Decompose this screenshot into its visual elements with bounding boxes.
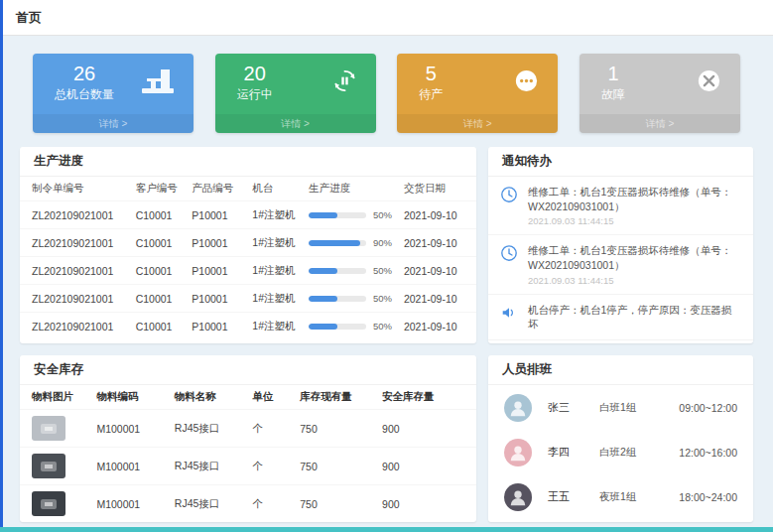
stat-card-waiting[interactable]: 5 待产 详情 > — [397, 54, 558, 133]
detail-link[interactable]: 详情 > — [397, 114, 558, 133]
column-header: 单位 — [252, 390, 300, 404]
progress-cell: 50% — [309, 321, 404, 332]
product-number: P10001 — [192, 293, 252, 305]
stat-card-info: 26 总机台数量 — [55, 63, 114, 103]
schedule-list: 张三 白班1组 09:00~12:00 李四 白班2组 12:00~16:00 — [488, 385, 753, 519]
avatar — [504, 394, 532, 422]
detail-link[interactable]: 详情 > — [580, 114, 740, 133]
production-table-row: ZL202109021001 C10001 P10001 1#注塑机 50% 2… — [20, 200, 476, 228]
inventory-table-header: 物料图片 物料编码 物料名称 单位 库存现有量 安全库存量 — [20, 385, 476, 409]
stat-card-top: 26 总机台数量 — [33, 54, 193, 103]
stat-card-info: 1 故障 — [601, 63, 625, 103]
clock-icon — [500, 185, 520, 226]
column-header: 产品编号 — [192, 182, 252, 196]
material-photo — [32, 491, 65, 516]
safety-stock: 900 — [382, 423, 464, 435]
progress-label: 50% — [373, 209, 392, 220]
stat-value: 20 — [237, 63, 273, 84]
stat-card-info: 5 待产 — [419, 63, 443, 103]
detail-link[interactable]: 详情 > — [215, 114, 376, 133]
stat-card-top: 5 待产 — [397, 54, 558, 103]
order-number: ZL202109021001 — [32, 321, 136, 332]
progress-bar — [309, 324, 366, 330]
column-header: 库存现有量 — [300, 390, 382, 404]
staff-name: 李四 — [548, 445, 599, 460]
notice-time: 2021.09.03 11:44:15 — [528, 275, 741, 286]
material-name: RJ45接口 — [175, 497, 252, 511]
stat-card-fault[interactable]: 1 故障 详情 > — [580, 54, 740, 133]
progress-fill — [309, 212, 337, 218]
notice-text: 维修工单：机台1变压器损坏待维修（单号：WX202109031001） — [528, 243, 741, 272]
avatar — [504, 439, 532, 466]
material-unit: 个 — [252, 422, 300, 436]
safety-stock: 900 — [382, 498, 464, 510]
machine-name: 1#注塑机 — [252, 264, 309, 278]
order-number: ZL202109021001 — [32, 237, 136, 249]
stat-card-top: 1 故障 — [580, 54, 740, 103]
avatar — [504, 483, 532, 511]
detail-link[interactable]: 详情 > — [33, 114, 193, 133]
staff-shift: 白班2组 — [599, 446, 667, 460]
customer-number: C10001 — [136, 265, 193, 277]
progress-label: 50% — [373, 293, 392, 304]
panels-grid: 生产进度 制令单编号 客户编号 产品编号 机台 生产进度 交货日期 ZL2021… — [20, 147, 753, 522]
fault-icon — [696, 67, 722, 98]
inventory-table-row: M100001 RJ45接口 个 750 900 — [20, 409, 476, 447]
customer-number: C10001 — [136, 237, 193, 249]
machine-name: 1#注塑机 — [252, 292, 309, 306]
production-table-row: ZL202109021001 C10001 P10001 1#注塑机 50% 2… — [20, 312, 476, 339]
delivery-date: 2021-09-10 — [404, 237, 464, 249]
notice-item[interactable]: 维修工单：机台1变压器损坏待维修（单号：WX202109031001） 2021… — [488, 235, 753, 294]
notice-item[interactable]: 计划暂停：机台1生产计划已暂停 2021.09.03 11:44:15 — [488, 340, 753, 343]
column-header: 物料图片 — [32, 390, 96, 404]
progress-fill — [309, 324, 337, 330]
stat-label: 待产 — [419, 86, 443, 103]
window-left-accent — [0, 0, 3, 532]
tab-home[interactable]: 首页 — [16, 9, 42, 27]
speaker-icon — [500, 303, 520, 332]
notice-body: 维修工单：机台1变压器损坏待维修（单号：WX202109031001） 2021… — [528, 185, 741, 226]
stat-card-total-machines[interactable]: 26 总机台数量 详情 > — [33, 54, 193, 133]
staff-shift: 白班1组 — [599, 401, 667, 415]
notice-item[interactable]: 机台停产：机台1停产，停产原因：变压器损坏 — [488, 295, 753, 340]
dashboard-content: 26 总机台数量 详情 > 20 运行中 — [0, 54, 773, 522]
schedule-row: 李四 白班2组 12:00~16:00 — [488, 430, 753, 474]
stat-value: 1 — [601, 63, 625, 84]
progress-label: 50% — [373, 321, 392, 332]
panel-title: 通知待办 — [488, 147, 753, 177]
material-code: M100001 — [96, 461, 174, 472]
staff-shift: 夜班1组 — [599, 490, 667, 504]
material-unit: 个 — [252, 497, 300, 511]
stat-card-running[interactable]: 20 运行中 详情 > — [215, 54, 376, 133]
progress-cell: 50% — [309, 293, 404, 304]
top-bar: 首页 — [0, 0, 773, 36]
column-header: 制令单编号 — [32, 182, 136, 196]
stat-card-info: 20 运行中 — [237, 63, 273, 103]
progress-label: 50% — [373, 265, 392, 276]
schedule-row: 王五 夜班1组 18:00~24:00 — [488, 474, 753, 519]
column-header: 客户编号 — [136, 182, 193, 196]
order-number: ZL202109021001 — [32, 293, 136, 305]
production-table-row: ZL202109021001 C10001 P10001 1#注塑机 50% 2… — [20, 284, 476, 312]
production-table-body: ZL202109021001 C10001 P10001 1#注塑机 50% 2… — [20, 200, 476, 339]
progress-bar — [309, 240, 366, 246]
safety-stock: 900 — [382, 461, 464, 472]
machine-name: 1#注塑机 — [252, 208, 309, 222]
clock-icon — [500, 243, 520, 285]
progress-fill — [309, 296, 337, 302]
progress-bar — [309, 296, 366, 302]
panel-safety-inventory: 安全库存 物料图片 物料编码 物料名称 单位 库存现有量 安全库存量 — [20, 355, 476, 522]
column-header: 物料编码 — [96, 390, 174, 404]
notice-item[interactable]: 维修工单：机台1变压器损坏待维修（单号：WX202109031001） 2021… — [488, 177, 753, 235]
material-unit: 个 — [252, 460, 300, 473]
window-bottom-accent — [0, 527, 773, 532]
schedule-row: 张三 白班1组 09:00~12:00 — [488, 385, 753, 430]
stat-label: 运行中 — [237, 86, 273, 103]
column-header: 物料名称 — [175, 390, 252, 404]
machine-icon — [140, 67, 176, 99]
progress-cell: 50% — [309, 265, 404, 276]
material-name: RJ45接口 — [175, 422, 252, 436]
material-photo-cell — [32, 416, 96, 441]
notice-time: 2021.09.03 11:44:15 — [528, 215, 741, 226]
delivery-date: 2021-09-10 — [404, 265, 464, 277]
